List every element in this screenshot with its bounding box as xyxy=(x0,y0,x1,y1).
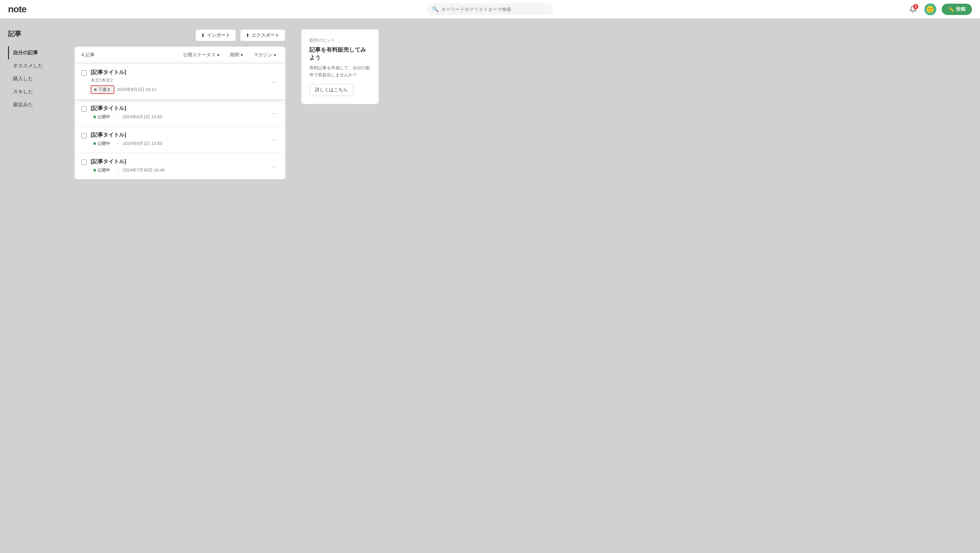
page-wrapper: 記事 自分の記事 オススメした 購入した スキした 最近みた ⬇ インポート ⬆… xyxy=(0,0,980,553)
article-meta-1: 下書き 2024年8月1日 15:11 xyxy=(91,85,266,94)
header: note 🔍 2 🙂 ✏️ 投稿 xyxy=(0,0,980,19)
more-button-3[interactable]: ··· xyxy=(270,135,278,144)
article-date-1: 2024年8月1日 15:11 xyxy=(117,87,157,93)
status-label-1: 下書き xyxy=(98,87,111,93)
avatar-icon: 🙂 xyxy=(926,5,934,13)
filter-period-button[interactable]: 期間 ▾ xyxy=(228,51,246,59)
separator-3: ・ xyxy=(116,141,120,146)
article-info-2: [記事タイトル] 公開中 ・ 2024年8月1日 13:50 xyxy=(91,105,266,121)
article-list: 4 記事 公開ステータス ▾ 期間 ▾ マガジン ▾ [記事タイトル] xyxy=(75,47,285,179)
export-icon: ⬆ xyxy=(246,33,250,38)
article-title-2[interactable]: [記事タイトル] xyxy=(91,105,266,112)
status-badge-2[interactable]: 公開中 xyxy=(91,113,113,121)
hint-link-button[interactable]: 詳しくはこちら xyxy=(309,84,353,96)
article-info-4: [記事タイトル] 公開中 ・ 2024年7月30日 18:49 xyxy=(91,158,266,174)
status-label-4: 公開中 xyxy=(97,167,110,173)
avatar[interactable]: 🙂 xyxy=(924,3,936,15)
article-info-3: [記事タイトル] 公開中 ・ 2024年8月1日 13:50 xyxy=(91,132,266,147)
article-date-2: 2024年8月1日 13:50 xyxy=(123,114,162,120)
notification-badge: 2 xyxy=(913,4,918,10)
status-badge-3[interactable]: 公開中 xyxy=(91,140,113,147)
chevron-down-icon: ▾ xyxy=(217,52,220,58)
published-dot-3 xyxy=(93,142,96,145)
status-badge-1[interactable]: 下書き xyxy=(91,85,115,94)
article-row-2: [記事タイトル] 公開中 ・ 2024年8月1日 13:50 ··· xyxy=(75,100,285,126)
article-row-1: [記事タイトル] 本文1本文2 下書き 2024年8月1日 15:11 ··· xyxy=(75,64,285,100)
article-body-1: 本文1本文2 xyxy=(91,77,266,83)
article-meta-4: 公開中 ・ 2024年7月30日 18:49 xyxy=(91,167,266,174)
toolbar: ⬇ インポート ⬆ エクスポート xyxy=(75,29,285,41)
sidebar-item-purchased[interactable]: 購入した xyxy=(8,72,59,85)
hint-heading: 記事を有料販売してみよう xyxy=(309,46,371,61)
hint-description: 有料記事を作成して、自分の創作で収益化しませんか？ xyxy=(309,65,371,79)
article-checkbox-1[interactable] xyxy=(81,70,87,76)
article-checkbox-2[interactable] xyxy=(81,106,87,111)
hint-section-label: 創作のヒント xyxy=(309,37,371,43)
article-row-3: [記事タイトル] 公開中 ・ 2024年8月1日 13:50 ··· xyxy=(75,126,285,153)
article-checkbox-4[interactable] xyxy=(81,160,87,165)
export-label: エクスポート xyxy=(252,32,280,38)
article-row-4: [記事タイトル] 公開中 ・ 2024年7月30日 18:49 ··· xyxy=(75,153,285,179)
article-title-1[interactable]: [記事タイトル] xyxy=(91,69,266,76)
sidebar: 記事 自分の記事 オススメした 購入した スキした 最近みた xyxy=(0,19,67,553)
right-panel: 創作のヒント 記事を有料販売してみよう 有料記事を作成して、自分の創作で収益化し… xyxy=(293,19,387,553)
main-content: ⬇ インポート ⬆ エクスポート 4 記事 公開ステータス ▾ 期間 ▾ xyxy=(67,19,293,553)
article-meta-2: 公開中 ・ 2024年8月1日 13:50 xyxy=(91,113,266,121)
chevron-down-icon-2: ▾ xyxy=(241,52,243,58)
import-button[interactable]: ⬇ インポート xyxy=(195,29,236,41)
article-checkbox-3[interactable] xyxy=(81,133,87,138)
article-date-3: 2024年8月1日 13:50 xyxy=(123,141,162,146)
header-right: 2 🙂 ✏️ 投稿 xyxy=(907,3,972,15)
more-button-2[interactable]: ··· xyxy=(270,108,278,118)
status-label-3: 公開中 xyxy=(97,141,110,146)
draft-dot-1 xyxy=(94,88,97,91)
search-icon: 🔍 xyxy=(432,6,439,12)
article-count: 4 記事 xyxy=(81,52,175,58)
separator-2: ・ xyxy=(116,114,120,120)
chevron-down-icon-3: ▾ xyxy=(274,52,276,58)
import-label: インポート xyxy=(207,32,230,38)
article-meta-3: 公開中 ・ 2024年8月1日 13:50 xyxy=(91,140,266,147)
filter-magazine-label: マガジン xyxy=(254,52,272,58)
sidebar-item-recent[interactable]: 最近みた xyxy=(8,98,59,111)
filter-status-button[interactable]: 公開ステータス ▾ xyxy=(180,51,222,59)
pencil-icon: ✏️ xyxy=(948,7,954,12)
filter-period-label: 期間 xyxy=(230,52,239,58)
sidebar-item-my-articles[interactable]: 自分の記事 xyxy=(8,46,59,59)
sidebar-title: 記事 xyxy=(8,29,59,38)
sidebar-nav: 自分の記事 オススメした 購入した スキした 最近みた xyxy=(8,46,59,111)
import-icon: ⬇ xyxy=(201,33,205,38)
sidebar-item-recommended[interactable]: オススメした xyxy=(8,59,59,72)
separator-4: ・ xyxy=(116,167,120,173)
site-logo[interactable]: note xyxy=(8,4,26,15)
status-badge-4[interactable]: 公開中 xyxy=(91,167,113,174)
article-title-3[interactable]: [記事タイトル] xyxy=(91,132,266,138)
post-button[interactable]: ✏️ 投稿 xyxy=(942,4,972,15)
article-title-4[interactable]: [記事タイトル] xyxy=(91,158,266,165)
list-header: 4 記事 公開ステータス ▾ 期間 ▾ マガジン ▾ xyxy=(75,47,285,64)
status-label-2: 公開中 xyxy=(97,114,110,120)
published-dot-2 xyxy=(93,116,96,118)
published-dot-4 xyxy=(93,169,96,172)
search-bar: 🔍 xyxy=(427,3,553,15)
article-info-1: [記事タイトル] 本文1本文2 下書き 2024年8月1日 15:11 xyxy=(91,69,266,94)
notification-button[interactable]: 2 xyxy=(907,3,919,15)
article-date-4: 2024年7月30日 18:49 xyxy=(123,167,165,173)
filter-magazine-button[interactable]: マガジン ▾ xyxy=(251,51,278,59)
more-button-4[interactable]: ··· xyxy=(270,162,278,171)
filter-status-label: 公開ステータス xyxy=(183,52,216,58)
more-button-1[interactable]: ··· xyxy=(270,77,278,86)
export-button[interactable]: ⬆ エクスポート xyxy=(240,29,285,41)
search-input[interactable] xyxy=(441,7,548,12)
post-label: 投稿 xyxy=(956,6,965,12)
sidebar-item-liked[interactable]: スキした xyxy=(8,85,59,98)
hint-box: 創作のヒント 記事を有料販売してみよう 有料記事を作成して、自分の創作で収益化し… xyxy=(301,29,379,104)
